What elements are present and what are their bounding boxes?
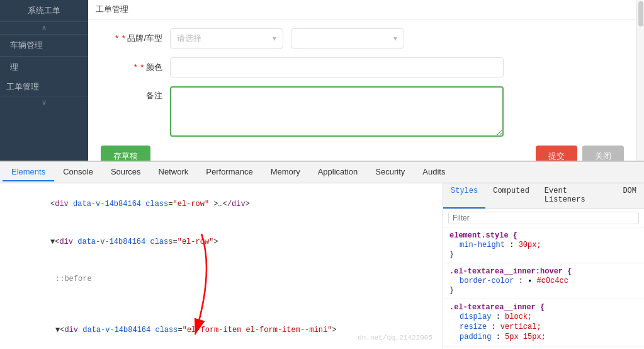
colon: : (509, 241, 518, 249)
sidebar-sub-title: 工单管理 (6, 82, 39, 91)
color-row: * 颜色 (101, 57, 624, 77)
code-line-4 (0, 299, 443, 312)
hover-selector-text: .el-textarea__inner:hover { (449, 267, 572, 276)
colon2: : (519, 277, 528, 285)
color-label: * 颜色 (101, 62, 170, 73)
remark-label-text: 备注 (146, 91, 162, 100)
scroll-thumb[interactable] (638, 1, 643, 26)
tab-network[interactable]: Network (150, 163, 198, 181)
tab-application[interactable]: Application (309, 163, 367, 181)
display-name: display (460, 312, 491, 321)
hover-selector: .el-textarea__inner:hover { (449, 267, 638, 276)
color-label-text: 颜色 (146, 62, 162, 72)
prop-val: 30px; (519, 241, 541, 249)
sidebar-chevron-up[interactable]: ∧ (0, 22, 88, 34)
sidebar-title: 系统工单 (0, 0, 88, 22)
panel-title-bar: 工单管理 (88, 0, 636, 20)
computed-tab[interactable]: Computed (485, 183, 537, 209)
code-text-3: ::before (55, 275, 92, 283)
form-panel: 工单管理 * 品牌/车型 请选择 ▾ (88, 0, 636, 161)
hover-block-close: } (449, 286, 638, 295)
tab-performance[interactable]: Performance (197, 163, 261, 181)
form-content: * 品牌/车型 请选择 ▾ ▾ (88, 20, 636, 173)
element-style-block: element.style { min-height : 30px; } (443, 227, 644, 263)
border-color-prop: border-color : ▪ #c0c4cc (449, 276, 638, 286)
devtools-body: <div data-v-14b84164 class="el-row" >…</… (0, 183, 644, 349)
sidebar-workorder-title: 工单管理 (0, 78, 88, 96)
code-line-2: ▼<div data-v-14b84164 class="el-row"> (0, 224, 443, 261)
brand-select[interactable]: 请选择 ▾ (170, 28, 283, 49)
sidebar: 系统工单 ∧ 车辆管理 理 工单管理 ∨ (0, 0, 88, 161)
tab-sources[interactable]: Sources (102, 163, 150, 181)
color-dot-icon: ▪ (528, 277, 536, 285)
styles-panel-tabs: Styles Computed Event Listeners DOM (443, 183, 644, 209)
sidebar-item-label: 车辆管理 (10, 40, 43, 50)
tab-audits[interactable]: Audits (414, 163, 454, 181)
top-area: 系统工单 ∧ 车辆管理 理 工单管理 ∨ 工单管理 (0, 0, 644, 161)
brand-label-text: 品牌/车型 (127, 33, 162, 43)
code-line-3: ::before (0, 261, 443, 299)
resize-prop: resize : vertical; (449, 322, 638, 332)
padding-prop: padding : 5px 15px; (449, 332, 638, 342)
block-close: } (449, 250, 638, 259)
selector-text: element.style { (449, 231, 517, 240)
inner-selector: .el-textarea__inner { (449, 303, 638, 312)
devtools-panel: Elements Console Sources Network Perform… (0, 161, 644, 349)
styles-tab[interactable]: Styles (443, 183, 485, 209)
inner-selector-text: .el-textarea__inner { (449, 303, 545, 312)
code-text-1: <div data-v-14b84164 class="el-row" >…</… (50, 200, 250, 209)
app-container: 系统工单 ∧ 车辆管理 理 工单管理 ∨ 工单管理 (0, 0, 644, 349)
tab-memory[interactable]: Memory (262, 163, 309, 181)
colon4: : (491, 323, 500, 331)
brand-control: 请选择 ▾ ▾ (170, 28, 404, 49)
colon5: : (496, 333, 505, 341)
remark-row: 备注 (101, 86, 624, 137)
brand-row: * 品牌/车型 请选择 ▾ ▾ (101, 28, 624, 49)
code-panel: <div data-v-14b84164 class="el-row" >…</… (0, 183, 443, 349)
right-scrollbar[interactable] (636, 0, 644, 161)
sidebar-item-label-2: 理 (10, 62, 18, 72)
panel-title-text: 工单管理 (96, 4, 128, 14)
dom-tab[interactable]: DOM (615, 183, 644, 209)
watermark: dn.net/qq_21422005 (358, 333, 432, 344)
styles-filter-input[interactable] (448, 212, 639, 224)
watermark-text: dn.net/qq_21422005 (358, 334, 432, 341)
tab-console[interactable]: Console (54, 163, 102, 181)
sidebar-chevron-down[interactable]: ∨ (0, 96, 88, 108)
sidebar-title-text: 系统工单 (28, 6, 60, 15)
remark-control (170, 86, 504, 137)
display-prop: display : block; (449, 312, 638, 322)
display-val: block; (505, 312, 532, 321)
tab-security[interactable]: Security (366, 163, 414, 181)
close-brace-2: } (449, 286, 454, 295)
color-input[interactable] (170, 57, 504, 77)
border-color-val: #c0c4cc (536, 277, 568, 285)
remark-label: 备注 (101, 86, 170, 101)
styles-panel: Styles Computed Event Listeners DOM elem… (443, 183, 644, 349)
min-height-prop: min-height : 30px; (449, 240, 638, 250)
model-select[interactable]: ▾ (291, 28, 404, 49)
border-color-name: border-color (460, 277, 514, 285)
color-required-mark: * (140, 62, 144, 72)
sidebar-item-vehicle[interactable]: 车辆管理 (0, 34, 88, 56)
remark-textarea[interactable] (170, 86, 504, 137)
prop-name: min-height (460, 241, 505, 249)
sidebar-item-manage[interactable]: 理 (0, 56, 88, 78)
element-style-selector: element.style { (449, 231, 638, 240)
colon3: : (496, 312, 505, 321)
event-listeners-tab[interactable]: Event Listeners (537, 183, 616, 209)
tab-elements[interactable]: Elements (3, 163, 54, 181)
color-control (170, 57, 504, 77)
padding-name: padding (460, 333, 491, 341)
brand-label: * 品牌/车型 (101, 33, 170, 44)
devtools-tab-bar: Elements Console Sources Network Perform… (0, 162, 644, 183)
brand-placeholder: 请选择 (177, 33, 201, 44)
code-text-5: ▼<div data-v-14b84164 class="el-form-ite… (55, 326, 337, 335)
code-line-1: <div data-v-14b84164 class="el-row" >…</… (0, 186, 443, 224)
code-text-2: ▼<div data-v-14b84164 class="el-row"> (50, 237, 218, 246)
required-mark: * (122, 33, 125, 43)
resize-val: vertical; (500, 323, 541, 331)
select-arrow-icon: ▾ (273, 34, 276, 43)
close-brace: } (449, 250, 454, 259)
hover-style-block: .el-textarea__inner:hover { border-color… (443, 263, 644, 299)
